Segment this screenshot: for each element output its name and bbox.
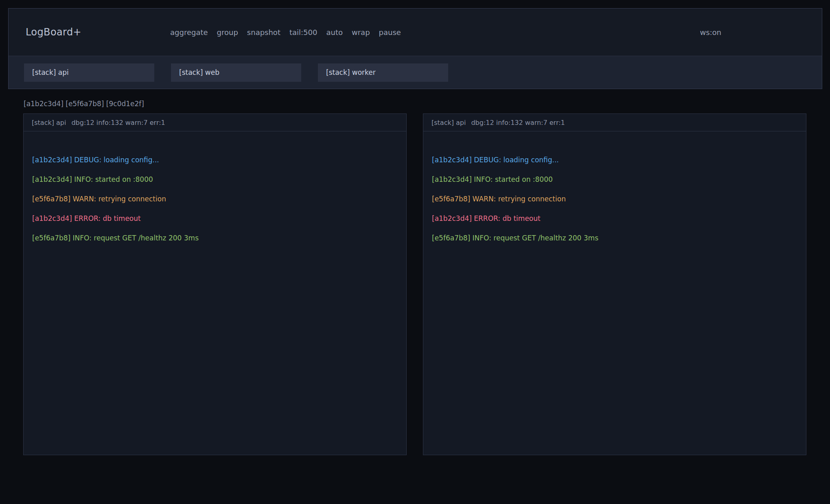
log-line: [a1b2c3d4] INFO: started on :8000 [432, 170, 798, 189]
log-panel-left: [stack] api dbg:12 info:132 warn:7 err:1… [23, 113, 407, 455]
menu-item-snapshot[interactable]: snapshot [247, 28, 280, 37]
log-panels: [stack] api dbg:12 info:132 warn:7 err:1… [23, 113, 806, 455]
log-line: [a1b2c3d4] DEBUG: loading config... [432, 150, 798, 170]
header-menu: aggregate group snapshot tail:500 auto w… [170, 9, 401, 56]
log-line: [a1b2c3d4] ERROR: db timeout [32, 209, 398, 228]
panel-title: [stack] api [431, 119, 466, 127]
log-line: [e5f6a7b8] INFO: request GET /healthz 20… [32, 228, 398, 248]
stack-tab-row: [stack] api [stack] web [stack] worker [9, 56, 822, 89]
log-viewport[interactable]: [a1b2c3d4] DEBUG: loading config... [a1b… [423, 131, 806, 455]
menu-item-tail[interactable]: tail:500 [289, 28, 318, 37]
panel-stats: dbg:12 info:132 warn:7 err:1 [71, 119, 165, 127]
tab-stack-web[interactable]: [stack] web [171, 63, 301, 82]
menu-item-pause[interactable]: pause [379, 28, 401, 37]
app-header: LogBoard+ aggregate group snapshot tail:… [8, 8, 822, 89]
log-panel-right: [stack] api dbg:12 info:132 warn:7 err:1… [423, 113, 806, 455]
header-toolbar: LogBoard+ aggregate group snapshot tail:… [9, 9, 822, 56]
log-line: [e5f6a7b8] INFO: request GET /healthz 20… [432, 228, 798, 248]
ws-status: ws:on [700, 9, 721, 56]
log-line: [a1b2c3d4] INFO: started on :8000 [32, 170, 398, 189]
menu-item-auto[interactable]: auto [326, 28, 343, 37]
log-viewport[interactable]: [a1b2c3d4] DEBUG: loading config... [a1b… [24, 131, 406, 455]
tab-stack-worker[interactable]: [stack] worker [318, 63, 448, 82]
panel-header: [stack] api dbg:12 info:132 warn:7 err:1 [423, 114, 806, 131]
panel-header: [stack] api dbg:12 info:132 warn:7 err:1 [24, 114, 406, 131]
log-line: [a1b2c3d4] ERROR: db timeout [432, 209, 798, 228]
log-line: [e5f6a7b8] WARN: retrying connection [432, 189, 798, 209]
log-line: [e5f6a7b8] WARN: retrying connection [32, 189, 398, 209]
menu-item-wrap[interactable]: wrap [352, 28, 370, 37]
panel-title: [stack] api [32, 119, 66, 127]
menu-item-group[interactable]: group [217, 28, 238, 37]
log-line: [a1b2c3d4] DEBUG: loading config... [32, 150, 398, 170]
breadcrumb: [a1b2c3d4] [e5f6a7b8] [9c0d1e2f] [24, 100, 144, 108]
panel-stats: dbg:12 info:132 warn:7 err:1 [471, 119, 565, 127]
menu-item-aggregate[interactable]: aggregate [170, 28, 208, 37]
tab-stack-api[interactable]: [stack] api [24, 63, 154, 82]
app-title: LogBoard+ [26, 26, 81, 38]
